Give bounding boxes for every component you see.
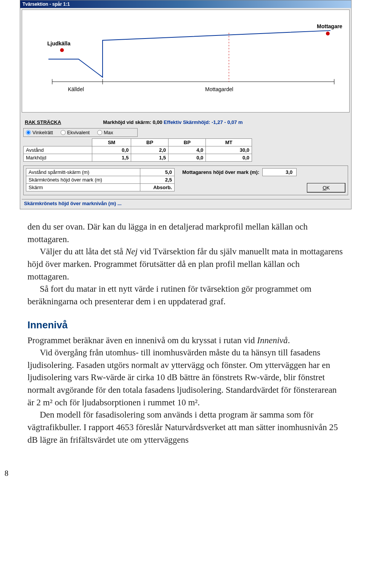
- mottagardel-label: Mottagardel: [205, 86, 233, 92]
- param-label: Skärmkrönets höjd över mark (m): [26, 176, 140, 184]
- tvarsektion-dialog: Tvärsektion - spår 1:1 Ljudkälla Mottaga…: [20, 0, 352, 209]
- italic: Nej: [125, 247, 138, 256]
- radio-ekvivalent[interactable]: Ekvivalent: [61, 130, 90, 135]
- cell[interactable]: 2,0: [131, 146, 169, 154]
- ok-button[interactable]: OK: [307, 183, 345, 193]
- page-number: 8: [5, 469, 366, 478]
- text: .: [288, 336, 290, 345]
- cell[interactable]: 1,5: [92, 154, 131, 162]
- paragraph: den du ser ovan. Där kan du lägga in en …: [27, 221, 343, 246]
- profile-table: SM BP BP MT Avstånd 0,0 2,0 4,0 30,0 Mar…: [23, 138, 252, 162]
- effektiv-skarmhojd: Effektiv Skärmhöjd: -1,27 - 0,07 m: [164, 119, 242, 125]
- paragraph: Väljer du att låta det stå Nej vid Tvärs…: [27, 246, 343, 283]
- radio-vinkelratt[interactable]: Vinkelrätt: [26, 130, 53, 135]
- table-row: Skärmkrönets höjd över mark (m) 2,5: [26, 176, 175, 184]
- mottagare-hojd-label: Mottagarens höjd över mark (m):: [182, 169, 259, 175]
- row-markhojd-label: Markhöjd: [24, 154, 92, 162]
- dialog-body: Ljudkälla Mottagare Källdel Mottagardel …: [20, 8, 351, 209]
- cell[interactable]: 0,0: [169, 154, 206, 162]
- svg-point-6: [326, 32, 330, 35]
- param-box: Avstånd spårmitt-skärm (m) 5,0 Skärmkrön…: [23, 165, 348, 195]
- cell[interactable]: 4,0: [169, 146, 206, 154]
- cell[interactable]: 1,5: [131, 154, 169, 162]
- radio-group-rak: Vinkelrätt Ekvivalent Max: [23, 128, 138, 137]
- ljudkalla-label: Ljudkälla: [47, 40, 71, 47]
- radio-ekvivalent-label: Ekvivalent: [67, 130, 90, 135]
- statusbar: Skärmkrönets höjd över marknivån (m) ...: [22, 199, 350, 207]
- radio-ekvivalent-input[interactable]: [61, 130, 66, 135]
- table-row: Avstånd spårmitt-skärm (m) 5,0: [26, 169, 175, 176]
- table-row: Skärm Absorb.: [26, 184, 175, 191]
- text: Programmet beräknar även en innenivå om …: [27, 336, 257, 345]
- table-row: Avstånd 0,0 2,0 4,0 30,0: [24, 146, 252, 154]
- table-row: Markhöjd 1,5 1,5 0,0 0,0: [24, 154, 252, 162]
- cell[interactable]: 30,0: [206, 146, 252, 154]
- param-table: Avstånd spårmitt-skärm (m) 5,0 Skärmkrön…: [26, 168, 175, 191]
- text: Väljer du att låta det stå: [40, 247, 125, 256]
- col-mt: MT: [206, 139, 252, 146]
- row-avstand-label: Avstånd: [24, 146, 92, 154]
- dialog-titlebar[interactable]: Tvärsektion - spår 1:1: [20, 0, 351, 8]
- param-value[interactable]: 5,0: [140, 169, 175, 176]
- radio-vinkelratt-input[interactable]: [26, 130, 31, 135]
- radio-max-label: Max: [104, 130, 113, 135]
- cell[interactable]: 0,0: [206, 154, 252, 162]
- col-bp2: BP: [169, 139, 206, 146]
- col-bp1: BP: [131, 139, 169, 146]
- radio-vinkelratt-label: Vinkelrätt: [32, 130, 53, 135]
- cross-section-graph: Ljudkälla Mottagare Källdel Mottagardel: [22, 10, 350, 112]
- svg-point-5: [60, 48, 64, 52]
- paragraph: Programmet beräknar även en innenivå om …: [27, 334, 343, 347]
- graph-svg: [22, 10, 349, 112]
- paragraph: Så fort du matar in ett nytt värde i rut…: [27, 283, 343, 308]
- italic: Innenivå: [257, 336, 287, 345]
- col-sm: SM: [92, 139, 131, 146]
- dialog-title: Tvärsektion - spår 1:1: [22, 2, 70, 7]
- controls-panel: RAK STRÄCKA Markhöjd vid skärm: 0,00 Eff…: [22, 116, 350, 197]
- kalldel-label: Källdel: [68, 86, 84, 92]
- radio-max[interactable]: Max: [97, 130, 113, 135]
- radio-max-input[interactable]: [97, 130, 102, 135]
- paragraph: Den modell för fasadisolering som använd…: [27, 409, 343, 446]
- param-label: Avstånd spårmitt-skärm (m): [26, 169, 140, 176]
- paragraph: Vid övergång från utomhus- till inomhusv…: [27, 347, 343, 409]
- heading-inneniva: Innenivå: [27, 318, 343, 332]
- param-value[interactable]: Absorb.: [140, 184, 175, 191]
- markhojd-text: Markhöjd vid skärm: 0,00: [103, 119, 162, 125]
- rak-stracka-label: RAK STRÄCKA: [25, 119, 61, 125]
- mottagare-label: Mottagare: [317, 23, 342, 29]
- mottagare-hojd-input[interactable]: 3,0: [262, 168, 297, 176]
- article-body: den du ser ovan. Där kan du lägga in en …: [27, 221, 343, 446]
- param-label: Skärm: [26, 184, 140, 191]
- param-value[interactable]: 2,5: [140, 176, 175, 184]
- cell[interactable]: 0,0: [92, 146, 131, 154]
- ok-button-text: K: [326, 185, 330, 191]
